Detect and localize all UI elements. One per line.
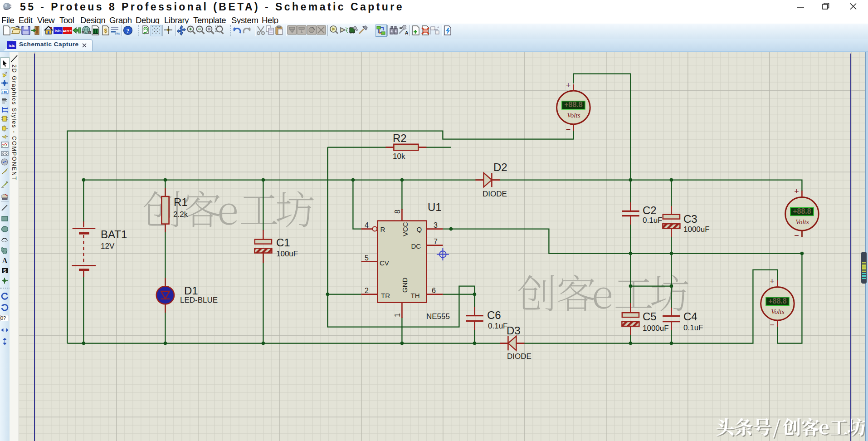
svg-text:+: + — [770, 277, 775, 286]
svg-text:C6: C6 — [487, 309, 501, 321]
svg-text:C5: C5 — [643, 310, 657, 323]
svg-text:+88.8: +88.8 — [768, 297, 787, 305]
svg-text:+88.8: +88.8 — [793, 207, 811, 215]
svg-text:6: 6 — [432, 287, 436, 294]
svg-text:2.2k: 2.2k — [173, 210, 188, 219]
svg-text:R: R — [380, 225, 385, 233]
svg-text:C4: C4 — [683, 310, 697, 323]
svg-text:ARES: ARES — [63, 29, 73, 33]
svg-text:Volts: Volts — [771, 308, 784, 315]
svg-text:7: 7 — [434, 238, 438, 245]
svg-text:DIODE: DIODE — [507, 352, 532, 361]
svg-text:10k: 10k — [393, 152, 405, 161]
svg-text:D2: D2 — [493, 161, 507, 173]
svg-text:elec: elec — [115, 32, 120, 35]
svg-text:12V: 12V — [101, 242, 115, 250]
svg-text:DC: DC — [411, 242, 421, 250]
svg-text:BAT1: BAT1 — [101, 228, 127, 240]
svg-text:4: 4 — [365, 221, 369, 229]
svg-text:1000uF: 1000uF — [683, 225, 710, 234]
svg-text:5: 5 — [365, 254, 369, 262]
svg-text:A: A — [2, 257, 8, 265]
svg-text:−: − — [770, 320, 775, 329]
svg-text:100uF: 100uF — [276, 250, 298, 258]
svg-text:TR: TR — [381, 292, 390, 299]
svg-text:R1: R1 — [174, 196, 188, 208]
svg-text:+: + — [794, 187, 799, 196]
svg-text:$: $ — [104, 28, 107, 34]
svg-text:DIODE: DIODE — [483, 190, 507, 198]
svg-text:NE555: NE555 — [426, 312, 450, 321]
svg-text:1: 1 — [394, 313, 401, 317]
svg-text:GND: GND — [401, 278, 409, 293]
svg-text:S: S — [3, 268, 6, 274]
svg-text:isis: isis — [54, 29, 61, 33]
svg-text:A: A — [405, 30, 408, 35]
svg-text:+: + — [566, 81, 571, 90]
svg-text:U1: U1 — [428, 201, 442, 213]
svg-text:D1: D1 — [184, 284, 198, 297]
svg-text:0.1uF: 0.1uF — [643, 216, 662, 225]
svg-text:2: 2 — [365, 287, 369, 294]
svg-text:?: ? — [127, 27, 130, 34]
svg-text:8: 8 — [394, 210, 401, 214]
svg-text:CV: CV — [380, 259, 389, 267]
svg-text:0.1uF: 0.1uF — [683, 323, 703, 332]
svg-text:+88.8: +88.8 — [564, 101, 583, 108]
svg-text:Volts: Volts — [567, 112, 580, 119]
svg-text:isis: isis — [9, 44, 15, 48]
svg-text:D3: D3 — [507, 324, 521, 337]
svg-text:0.1uF: 0.1uF — [488, 322, 507, 330]
svg-text:LED-BLUE: LED-BLUE — [180, 296, 218, 304]
svg-text:C3: C3 — [683, 213, 697, 225]
svg-text:VCC: VCC — [401, 222, 409, 236]
svg-text:Q: Q — [417, 225, 422, 233]
svg-text:R2: R2 — [393, 132, 407, 144]
svg-text:LBL: LBL — [2, 91, 8, 94]
svg-text:−: − — [566, 125, 571, 134]
svg-text:Volts: Volts — [795, 218, 809, 225]
svg-text:3: 3 — [434, 221, 438, 229]
svg-text:−: − — [794, 231, 799, 240]
svg-text:1000uF: 1000uF — [643, 324, 669, 333]
svg-text:C2: C2 — [643, 204, 657, 216]
svg-text:C1: C1 — [276, 236, 290, 249]
svg-text:TH: TH — [411, 292, 420, 299]
